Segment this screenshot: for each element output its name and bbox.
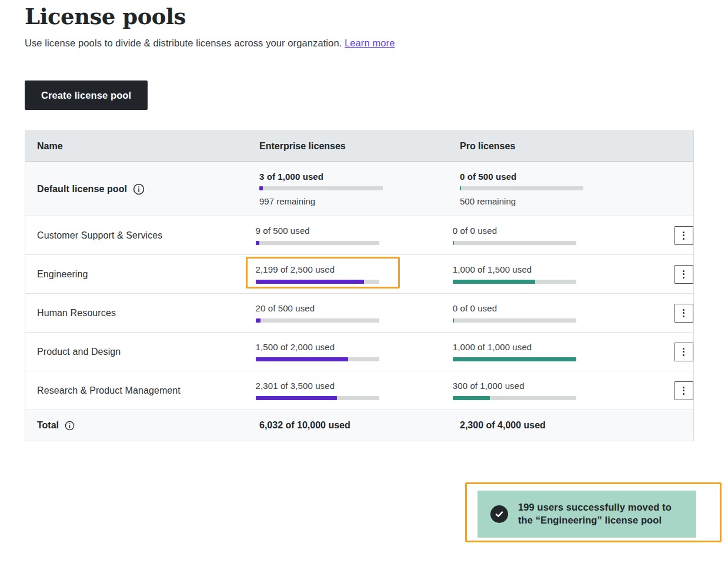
pool-name: Default license pool — [37, 184, 127, 194]
enterprise-usage-cell: 2,199 of 2,500 used — [256, 264, 390, 284]
row-menu-button[interactable] — [674, 226, 693, 245]
create-license-pool-button[interactable]: Create license pool — [25, 80, 148, 110]
pool-name: Customer Support & Services — [37, 230, 162, 241]
pro-usage-bar — [453, 396, 576, 400]
table-body: Default license pool 3 of 1,000 used 997… — [25, 162, 693, 410]
pro-usage-cell: 1,000 of 1,000 used — [453, 342, 587, 361]
table-header-row: Name Enterprise licenses Pro licenses — [25, 131, 693, 162]
enterprise-usage-bar — [256, 357, 379, 361]
column-header-name: Name — [25, 141, 259, 152]
pool-name: Engineering — [37, 269, 88, 280]
pool-name: Product and Design — [37, 347, 121, 357]
pool-name: Research & Product Management — [37, 385, 181, 396]
pool-name: Human Resources — [37, 308, 116, 318]
enterprise-usage-label: 1,500 of 2,000 used — [256, 342, 390, 352]
toast-message: 199 users successfully moved to the “Eng… — [518, 501, 684, 527]
pro-usage-label: 1,000 of 1,000 used — [453, 342, 587, 352]
learn-more-link[interactable]: Learn more — [345, 38, 395, 48]
info-icon[interactable] — [65, 421, 75, 431]
total-label: Total — [37, 420, 59, 431]
pro-usage-bar — [453, 357, 576, 361]
enterprise-usage-cell: 1,500 of 2,000 used — [256, 342, 390, 361]
enterprise-remaining-label: 997 remaining — [259, 196, 393, 206]
total-pro-used: 2,300 of 4,000 used — [460, 420, 660, 431]
pro-usage-bar — [460, 186, 583, 190]
enterprise-usage-label: 2,199 of 2,500 used — [256, 264, 390, 274]
table-row: Engineering 2,199 of 2,500 used 1,000 of… — [25, 254, 693, 293]
license-pools-page: License pools Use license pools to divid… — [0, 0, 728, 577]
enterprise-usage-label: 20 of 500 used — [256, 303, 390, 313]
total-enterprise-used: 6,032 of 10,000 used — [259, 420, 460, 431]
table-row: Research & Product Management 2,301 of 3… — [25, 371, 693, 410]
page-subtitle: Use license pools to divide & distribute… — [25, 38, 395, 49]
pro-usage-cell: 1,000 of 1,500 used — [453, 264, 587, 284]
subtitle-text: Use license pools to divide & distribute… — [25, 38, 342, 48]
check-circle-icon — [490, 505, 508, 523]
enterprise-usage-bar — [256, 241, 379, 245]
enterprise-usage-bar — [256, 280, 379, 284]
pro-usage-cell: 0 of 500 used 500 remaining — [460, 172, 594, 206]
enterprise-usage-label: 2,301 of 3,500 used — [256, 381, 390, 391]
table-row: Default license pool 3 of 1,000 used 997… — [25, 162, 693, 216]
pro-usage-bar — [453, 280, 576, 284]
enterprise-usage-cell: 9 of 500 used — [256, 226, 390, 245]
column-header-enterprise: Enterprise licenses — [259, 141, 460, 152]
enterprise-usage-bar — [256, 318, 379, 323]
pro-usage-label: 300 of 1,000 used — [453, 381, 587, 391]
pro-usage-cell: 300 of 1,000 used — [453, 381, 587, 400]
table-row: Human Resources 20 of 500 used 0 of 0 us… — [25, 293, 693, 332]
enterprise-usage-bar — [259, 186, 383, 190]
pro-usage-bar — [453, 241, 576, 245]
success-toast: 199 users successfully moved to the “Eng… — [477, 491, 696, 538]
pro-usage-cell: 0 of 0 used — [453, 303, 587, 323]
info-icon[interactable] — [133, 183, 145, 195]
pro-usage-cell: 0 of 0 used — [453, 226, 587, 245]
row-menu-button[interactable] — [674, 265, 693, 284]
row-menu-button[interactable] — [674, 304, 693, 323]
enterprise-usage-bar — [256, 396, 379, 400]
enterprise-usage-label: 9 of 500 used — [256, 226, 390, 236]
pro-usage-bar — [453, 318, 576, 323]
enterprise-usage-cell: 2,301 of 3,500 used — [256, 381, 390, 400]
pro-remaining-label: 500 remaining — [460, 196, 594, 206]
total-row: Total 6,032 of 10,000 used 2,300 of 4,00… — [25, 410, 693, 441]
pro-usage-label: 0 of 0 used — [453, 226, 587, 236]
table-row: Product and Design 1,500 of 2,000 used 1… — [25, 332, 693, 371]
pro-usage-label: 0 of 500 used — [460, 172, 594, 182]
column-header-pro: Pro licenses — [460, 141, 660, 152]
enterprise-usage-label: 3 of 1,000 used — [259, 172, 393, 182]
enterprise-usage-cell: 3 of 1,000 used 997 remaining — [259, 172, 393, 206]
page-title: License pools — [25, 4, 186, 29]
table-row: Customer Support & Services 9 of 500 use… — [25, 216, 693, 254]
enterprise-usage-cell: 20 of 500 used — [256, 303, 390, 323]
row-menu-button[interactable] — [674, 343, 693, 361]
row-menu-button[interactable] — [674, 381, 693, 400]
pro-usage-label: 1,000 of 1,500 used — [453, 264, 587, 274]
pro-usage-label: 0 of 0 used — [453, 303, 587, 313]
license-pools-table: Name Enterprise licenses Pro licenses De… — [25, 130, 694, 441]
